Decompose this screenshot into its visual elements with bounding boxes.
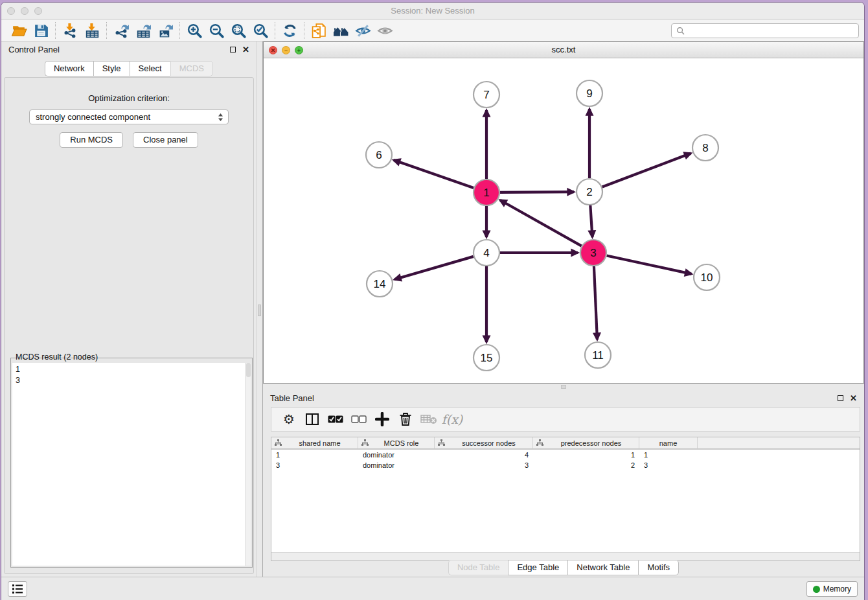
- mcds-result-area[interactable]: 1 3: [12, 363, 251, 566]
- column-header-predecessor-nodes[interactable]: predecessor nodes: [533, 437, 639, 448]
- export-table-button[interactable]: [132, 21, 154, 40]
- minimize-window-button[interactable]: [21, 7, 29, 15]
- tab-style[interactable]: Style: [93, 61, 130, 76]
- table-cell: 1: [639, 451, 698, 459]
- zoom-in-icon: [187, 23, 203, 39]
- graph-node-label: 14: [374, 278, 386, 290]
- graph-edge-4-14[interactable]: [394, 257, 474, 279]
- zoom-fit-icon: [231, 23, 247, 39]
- float-panel-icon[interactable]: [230, 47, 236, 52]
- graph-edge-3-1[interactable]: [500, 200, 582, 246]
- table-panel: Table Panel ✕ ⚙: [263, 390, 864, 577]
- column-settings-button[interactable]: ⚙: [277, 410, 301, 429]
- result-scrollbar-thumb[interactable]: [246, 363, 251, 377]
- task-history-button[interactable]: [8, 581, 27, 597]
- table-row[interactable]: 1dominator411: [271, 450, 860, 460]
- maximize-window-button[interactable]: [34, 7, 42, 15]
- function-builder-button[interactable]: f(x): [440, 410, 464, 429]
- export-network-button[interactable]: [110, 21, 132, 40]
- toolbar-separator: [304, 22, 304, 39]
- open-folder-icon: [11, 23, 27, 39]
- float-panel-icon[interactable]: [838, 395, 843, 401]
- graph-edge-3-10[interactable]: [607, 255, 692, 273]
- column-header-shared-name[interactable]: shared name: [271, 437, 358, 448]
- graph-node-label: 10: [701, 271, 713, 284]
- eye-icon: [377, 23, 393, 39]
- new-network-from-selection-button[interactable]: [308, 21, 330, 40]
- run-mcds-button[interactable]: Run MCDS: [60, 132, 123, 148]
- add-column-button[interactable]: [371, 410, 394, 429]
- mcds-panel: Optimization criterion: strongly connect…: [4, 77, 254, 574]
- splitter-grip[interactable]: [258, 305, 261, 316]
- deselect-all-columns-button[interactable]: [347, 410, 371, 429]
- search-box[interactable]: [671, 23, 859, 38]
- column-label: MCDS role: [369, 439, 434, 447]
- close-panel-icon[interactable]: ✕: [242, 47, 249, 53]
- close-window-button[interactable]: [7, 7, 15, 15]
- delete-table-button[interactable]: [417, 410, 440, 429]
- network-maximize-button[interactable]: +: [295, 46, 303, 54]
- control-panel-title: Control Panel: [8, 45, 60, 54]
- graph-edge-1-2[interactable]: [500, 192, 574, 192]
- table-row[interactable]: 3dominator323: [271, 460, 860, 470]
- graph-node-label: 1: [483, 187, 489, 199]
- splitter-grip[interactable]: [561, 385, 566, 389]
- memory-button[interactable]: Memory: [806, 581, 858, 597]
- graph-node-label: 8: [702, 142, 708, 154]
- criterion-dropdown[interactable]: strongly connected component: [29, 110, 229, 124]
- column-header-mcds-role[interactable]: MCDS role: [358, 437, 435, 448]
- close-panel-icon[interactable]: ✕: [850, 395, 857, 402]
- split-panel-button[interactable]: [301, 410, 324, 429]
- tab-mcds[interactable]: MCDS: [170, 61, 213, 76]
- zoom-selected-button[interactable]: [249, 21, 271, 40]
- split-panel-icon: [305, 412, 319, 426]
- graph-edge-1-6[interactable]: [394, 160, 474, 188]
- gear-icon: ⚙: [283, 413, 295, 426]
- horizontal-splitter[interactable]: [263, 384, 864, 390]
- export-image-button[interactable]: [154, 21, 176, 40]
- network-close-button[interactable]: ✕: [269, 46, 277, 54]
- graph-edge-3-11[interactable]: [594, 266, 597, 340]
- zoom-fit-button[interactable]: [227, 21, 249, 40]
- hierarchy-icon: [361, 439, 369, 446]
- tab-node-table[interactable]: Node Table: [448, 560, 508, 575]
- hide-selected-button[interactable]: [352, 21, 374, 40]
- open-session-button[interactable]: [8, 21, 30, 40]
- main-toolbar: [1, 20, 864, 41]
- tab-edge-table[interactable]: Edge Table: [508, 560, 567, 575]
- first-neighbors-button[interactable]: [330, 21, 352, 40]
- show-all-button[interactable]: [374, 21, 396, 40]
- column-label: shared name: [282, 439, 358, 447]
- graph-edge-2-3[interactable]: [590, 205, 592, 237]
- table-cell: 3: [639, 461, 698, 469]
- zoom-out-button[interactable]: [205, 21, 227, 40]
- network-canvas[interactable]: 7968124314101511: [264, 58, 863, 383]
- select-all-columns-button[interactable]: [324, 410, 347, 429]
- apply-preferred-layout-button[interactable]: [279, 21, 301, 40]
- result-scrollbar[interactable]: [245, 363, 251, 566]
- search-input[interactable]: [687, 27, 858, 36]
- refresh-icon: [282, 23, 298, 39]
- tab-network-table[interactable]: Network Table: [567, 560, 638, 575]
- import-network-icon: [62, 23, 78, 39]
- vertical-splitter[interactable]: [257, 41, 263, 577]
- zoom-in-button[interactable]: [183, 21, 205, 40]
- network-minimize-button[interactable]: –: [282, 46, 290, 54]
- tab-motifs[interactable]: Motifs: [638, 560, 679, 575]
- control-panel-header: Control Panel ✕: [1, 41, 257, 58]
- graph-edge-2-8[interactable]: [602, 154, 691, 187]
- column-header-successor-nodes[interactable]: successor nodes: [435, 437, 533, 448]
- tab-select[interactable]: Select: [130, 61, 170, 76]
- table-cell: dominator: [358, 461, 435, 469]
- import-network-button[interactable]: [59, 21, 81, 40]
- hierarchy-icon: [438, 439, 445, 446]
- import-table-button[interactable]: [81, 21, 103, 40]
- close-panel-button[interactable]: Close panel: [133, 132, 198, 148]
- tab-network[interactable]: Network: [45, 61, 93, 76]
- save-floppy-icon: [33, 23, 49, 39]
- save-session-button[interactable]: [30, 21, 52, 40]
- graph-node-label: 2: [586, 186, 592, 198]
- delete-column-button[interactable]: [394, 410, 417, 429]
- column-header-name[interactable]: name: [639, 437, 698, 448]
- network-view-window: ✕ – + scc.txt 7968124314101511: [263, 41, 864, 384]
